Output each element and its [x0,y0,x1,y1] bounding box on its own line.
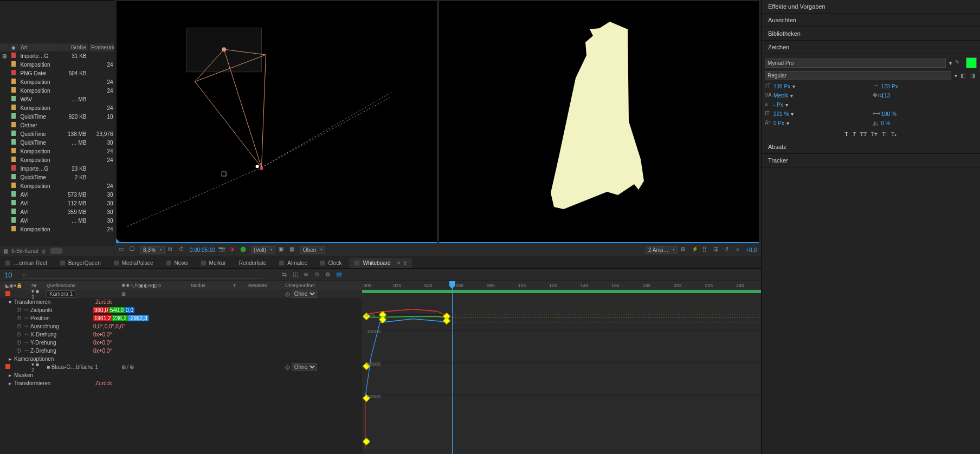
property-row[interactable]: ⏱〰Ausrichtung0,0°,0,0°,0,0° [0,322,362,330]
faux-bold-button[interactable]: T [845,131,849,137]
font-family-select[interactable]: Myriad Pro [765,59,946,68]
comp-mini-flow-icon[interactable]: ⇆ [282,271,289,278]
resolution-half-icon[interactable]: ⧉ [168,246,176,254]
draft3d-icon[interactable]: ◫ [293,271,300,278]
col-label-icon[interactable]: ◆ [9,43,18,51]
panel-character[interactable]: Zeichen [762,41,980,54]
col-switches[interactable]: ✱✸＼fx▣◐⊚◧⊙ [119,282,189,289]
timeline-icon[interactable]: ⣿ [702,246,710,254]
pixel-ratio-icon[interactable]: ⊞ [681,246,688,254]
magnify-icon[interactable]: ▭ [119,246,126,254]
camera-options-group[interactable]: ▸Kameraoptionen [0,355,362,363]
comp-tab[interactable]: BurgerQueen [55,258,106,268]
comp-tab[interactable]: Almatec [274,258,312,268]
panel-align[interactable]: Ausrichten [762,14,980,27]
project-row[interactable]: Importe…G23 KB [0,164,115,173]
layer-row[interactable]: ▾ ■ 1Kamera 1⊕ ◎ Ohne [0,290,362,298]
viewer-timecode[interactable]: 0:00:05:10 [190,247,215,253]
stroke-width[interactable]: - Px [773,102,783,108]
project-row[interactable]: AVI573 MB30 [0,190,115,199]
transform-group[interactable]: ▾TransformierenZurück [0,298,362,306]
exposure-value[interactable]: +0,0 [746,247,757,253]
fill-color-swatch[interactable] [966,57,977,68]
roi-icon[interactable]: ▣ [279,246,286,254]
col-av-flags[interactable]: ◣◉●🔒 [3,283,29,288]
trash-icon[interactable]: 🗑 [41,248,47,254]
small-caps-button[interactable]: Tᴛ [871,131,878,137]
font-style-select[interactable]: Regular [765,71,951,80]
transform-group[interactable]: ▸TransformierenZurück [0,379,362,387]
project-row[interactable]: QuickTime… MB30 [0,138,115,147]
col-sourcename[interactable]: Quellenname [44,283,119,288]
flowchart-icon[interactable]: ⇶ [713,246,721,254]
col-type[interactable]: Art [18,43,61,51]
project-row[interactable]: ⊞Importe…G31 KB [0,51,115,60]
project-row[interactable]: Komposition24 [0,147,115,155]
snapshot-icon[interactable]: 📷 [218,246,226,254]
layer-row[interactable]: ▾ ■ 2■ Blass-G…bfläche 1⊕ ∕ ⊚◎ Ohne [0,363,362,371]
panel-effects[interactable]: Effekte und Vorgaben [762,0,980,14]
faux-italic-button[interactable]: T [853,131,856,137]
project-row[interactable]: AVI359 MB30 [0,207,115,216]
subscript-button[interactable]: T₁ [891,131,897,137]
composition-tabs[interactable]: …erman ReelBurgerQueenMediaPalaceNewsMer… [0,256,761,269]
close-icon[interactable]: × [397,260,401,266]
col-parent[interactable]: Übergeordnet [283,283,336,288]
font-size[interactable]: 138 Px [773,83,790,89]
col-size[interactable]: Größe [61,43,89,51]
project-row[interactable]: Komposition24 [0,60,115,69]
project-row[interactable]: QuickTime138 MB23,976 [0,129,115,138]
comp-tab[interactable]: Whiteboard× ≡ [349,258,412,268]
motion-blur-icon[interactable]: ⊚ [314,271,322,278]
kerning[interactable]: Metrik [773,93,788,99]
property-row[interactable]: ⏱〰Zielpunkt960,0540,00,0 [0,306,362,314]
project-row[interactable]: Komposition24 [0,86,115,95]
project-row[interactable]: QuickTime920 KB10 [0,112,115,121]
col-trackmatte[interactable]: BewMas [246,283,283,288]
project-row[interactable]: PNG-Datei504 KB [0,69,115,77]
stroke-over-fill-icon[interactable]: ◧ [960,73,967,79]
baseline-shift[interactable]: 0 Px [773,120,784,126]
vertical-scale[interactable]: 221 % [773,111,789,117]
parent-select[interactable]: Ohne [292,363,317,371]
exposure-icon[interactable]: ☼ [735,246,743,254]
graph-editor[interactable]: :00s02s04s06s08s10s12s14s16s18s20s22s24s [362,281,761,454]
layer-outline[interactable]: ◣◉●🔒 Nr. Quellenname ✱✸＼fx▣◐⊚◧⊙ Modus T … [0,281,362,454]
project-row[interactable]: Komposition24 [0,77,115,86]
frame-blend-icon[interactable]: ≋ [304,271,311,278]
view-select[interactable]: Oben [300,246,325,254]
col-number[interactable]: Nr. [29,283,44,288]
leading[interactable]: 123 Px [881,83,898,89]
project-row[interactable]: QuickTime2 KB [0,173,115,181]
current-time[interactable]: 10 [0,271,16,279]
fast-preview-icon[interactable]: ⚡ [692,246,699,254]
superscript-button[interactable]: T¹ [882,131,887,137]
property-row[interactable]: ⏱〰X-Drehung0x+0,0° [0,330,362,339]
zoom-select[interactable]: 8,3% [140,246,165,254]
comp-tab[interactable]: News [161,258,194,268]
views-layout-select[interactable]: 2 Ansi… [646,246,678,254]
grid-icon[interactable]: ▦ [289,246,297,254]
footer-switch[interactable] [50,248,63,254]
viewport-active-camera[interactable] [439,1,759,243]
resolution-select[interactable]: (Voll) [251,246,275,254]
project-row[interactable]: AVI… MB30 [0,216,115,225]
project-row[interactable]: AVI112 MB30 [0,199,115,207]
display-icon[interactable]: 🖵 [130,246,137,254]
project-row[interactable]: Ordner [0,121,115,129]
comp-tab[interactable]: MediaPalace [108,258,159,268]
masks-group[interactable]: ▸Masken [0,371,362,379]
panel-paragraph[interactable]: Absatz [762,140,980,154]
viewport-top[interactable] [117,1,437,243]
graph-editor-toggle[interactable]: ▤ [336,271,344,278]
project-row[interactable]: WAV… MB [0,95,115,103]
tracking[interactable]: 113 [881,93,891,99]
project-row[interactable]: Komposition24 [0,181,115,190]
reset-exposure-icon[interactable]: ↺ [724,246,732,254]
comp-tab[interactable]: Clock [314,258,347,268]
comp-tab[interactable]: Merkur [196,258,231,268]
brainstorm-icon[interactable]: ✿ [325,271,333,278]
property-row[interactable]: ⏱〰Position1961,2236,2-2992,3 [0,314,362,322]
project-table[interactable]: ◆ Art Größe Framerate ⊞Importe…G31 KBKom… [0,43,115,234]
panel-tracker[interactable]: Tracker [762,154,980,167]
